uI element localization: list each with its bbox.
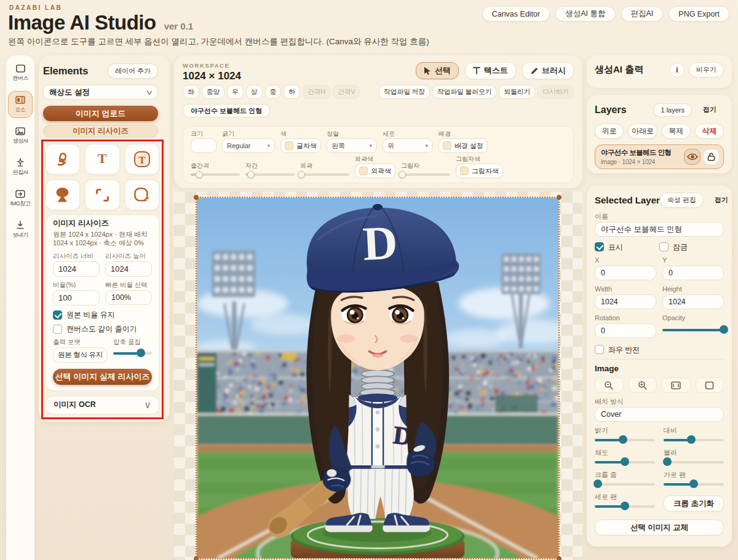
crop-reset-button[interactable]: 크롭 초기화 — [664, 495, 724, 511]
align-right-button[interactable]: 우 — [227, 85, 244, 99]
align-top-button[interactable]: 상 — [246, 85, 263, 99]
selection-handle[interactable] — [194, 195, 199, 200]
resolution-select[interactable]: 해상도 설정 ∨ — [43, 85, 158, 100]
text-tool-toolbar-button[interactable]: 텍스트 — [465, 62, 516, 79]
layer-up-button[interactable]: 위로 — [595, 124, 624, 139]
fit-width-button[interactable] — [662, 377, 691, 393]
layers-fold-button[interactable]: 접기 — [696, 102, 724, 117]
flip-checkbox[interactable]: 좌우 반전 — [595, 345, 724, 354]
layer-name-input[interactable] — [595, 222, 724, 237]
zoom-out-button[interactable] — [595, 377, 624, 393]
ratio-input[interactable] — [53, 290, 100, 306]
quick-ratio-select[interactable]: 100% — [105, 290, 152, 305]
layer-visibility-button[interactable] — [684, 149, 700, 165]
y-input[interactable] — [662, 266, 724, 280]
info-button[interactable]: i — [670, 63, 684, 77]
png-export-button[interactable]: PNG Export — [669, 6, 729, 22]
fit-frame-button[interactable] — [696, 377, 724, 393]
image-ocr-section[interactable]: 이미지 OCR ∨ — [46, 396, 159, 414]
rail-item-elements[interactable]: 요소 — [8, 91, 33, 118]
canvas-image-baseball-bobblehead[interactable]: D — [197, 198, 558, 558]
redo-button[interactable]: 다시하기 — [538, 85, 574, 99]
shape-tool-button[interactable] — [46, 179, 80, 210]
active-layer-pill[interactable]: 야구선수 보블헤드 인형 — [183, 104, 270, 117]
opacity-slider[interactable] — [662, 326, 724, 334]
replace-image-button[interactable]: 선택 이미지 교체 — [595, 519, 724, 535]
edit-ai-button[interactable]: 편집AI — [621, 6, 664, 22]
zoom-in-button[interactable] — [629, 377, 657, 393]
show-checkbox[interactable]: 표시 — [595, 242, 659, 251]
fit-mode-select[interactable]: Cover — [595, 407, 724, 422]
contrast-slider[interactable] — [664, 436, 724, 444]
text-valign-select[interactable]: 위▾ — [383, 138, 433, 153]
shadow-color-button[interactable]: 그림자색 — [456, 164, 503, 178]
rotation-input[interactable] — [595, 323, 656, 338]
keep-ratio-checkbox[interactable]: 원본 비율 유지 — [53, 310, 152, 320]
rail-item-canvas[interactable]: 캔버스 — [8, 60, 33, 87]
undo-button[interactable]: 되돌리기 — [499, 85, 535, 99]
brightness-slider[interactable] — [595, 436, 655, 444]
shrink-canvas-checkbox[interactable]: 캔버스도 같이 줄이기 — [53, 325, 152, 334]
apply-resize-button[interactable]: 선택 이미지 실제 리사이즈 — [53, 369, 152, 385]
canvas-editor-button[interactable]: Canvas Editor — [482, 6, 550, 22]
edit-props-button[interactable]: 속성 편집 — [660, 192, 704, 208]
text-color-button[interactable]: 글자색 — [280, 138, 321, 153]
outline-color-button[interactable]: 외곽색 — [355, 164, 395, 178]
select-tool-button[interactable]: 선택 — [416, 62, 459, 79]
x-input[interactable] — [595, 266, 656, 280]
quality-slider[interactable] — [113, 349, 152, 357]
align-bottom-button[interactable]: 하 — [284, 85, 300, 99]
save-file-button[interactable]: 작업파일 저장 — [379, 85, 430, 99]
layer-delete-button[interactable]: 삭제 — [695, 124, 724, 139]
load-file-button[interactable]: 작업파일 불러오기 — [432, 85, 496, 99]
height-input[interactable] — [662, 294, 724, 309]
line-height-slider[interactable] — [191, 170, 240, 178]
image-resize-button[interactable]: 이미지 리사이즈 — [43, 125, 158, 138]
text-box-tool-button[interactable]: T — [125, 144, 159, 175]
clear-button[interactable]: 비우기 — [689, 62, 724, 77]
layer-duplicate-button[interactable]: 복제 — [662, 124, 691, 139]
crop-zoom-slider[interactable] — [595, 480, 655, 488]
rounded-rect-tool-button[interactable] — [125, 179, 159, 210]
resize-height-input[interactable] — [105, 261, 152, 277]
selection-handle[interactable] — [557, 556, 561, 560]
saturation-slider[interactable] — [595, 458, 655, 466]
add-layer-button[interactable]: 레이어 추가 — [108, 63, 158, 79]
selected-fold-button[interactable]: 접기 — [707, 192, 736, 208]
crop-tool-button[interactable] — [85, 179, 119, 210]
font-weight-select[interactable]: Regular▾ — [222, 138, 275, 153]
align-left-button[interactable]: 좌 — [183, 85, 199, 99]
resize-width-input[interactable] — [53, 261, 100, 277]
outline-slider[interactable] — [300, 170, 349, 178]
align-center-button[interactable]: 중앙 — [202, 85, 224, 99]
lock-checkbox[interactable]: 잠금 — [659, 242, 724, 251]
font-size-input[interactable] — [191, 138, 216, 153]
gap-h-button[interactable]: 간격H — [303, 85, 330, 99]
layer-item[interactable]: 야구선수 보블헤드 인형 image · 1024 × 1024 — [595, 144, 724, 169]
bg-color-button[interactable]: 배경 설정 — [438, 138, 488, 153]
layer-down-button[interactable]: 아래로 — [628, 124, 657, 139]
text-align-select[interactable]: 왼쪽▾ — [327, 138, 377, 153]
layer-lock-button[interactable] — [703, 149, 720, 165]
selection-handle[interactable] — [557, 195, 561, 200]
gen-ai-button[interactable]: 생성AI 통합 — [555, 6, 615, 22]
gap-v-button[interactable]: 간격V — [333, 85, 360, 99]
image-upload-button[interactable]: 이미지 업로드 — [43, 106, 158, 121]
letter-spacing-slider[interactable] — [245, 170, 295, 178]
align-middle-button[interactable]: 중 — [265, 85, 282, 99]
pan-x-slider[interactable] — [664, 480, 724, 488]
selection-handle[interactable] — [194, 556, 199, 560]
blur-slider[interactable] — [664, 458, 724, 466]
width-input[interactable] — [595, 294, 656, 309]
canvas[interactable]: D — [197, 198, 558, 558]
brush-tool-button[interactable]: 브러시 — [522, 62, 574, 79]
rail-item-export[interactable]: 보내기 — [8, 216, 33, 243]
pan-y-slider[interactable] — [595, 502, 655, 510]
rail-item-img-storage[interactable]: IMG창고 — [8, 185, 33, 212]
shadow-slider[interactable] — [401, 170, 450, 178]
rail-item-edit-ai[interactable]: 편집AI — [8, 154, 33, 181]
marker-tool-button[interactable] — [46, 144, 80, 175]
format-select[interactable]: 원본 형식 유지 — [53, 347, 108, 363]
text-tool-button[interactable]: T — [85, 144, 119, 175]
rail-item-gen-ai[interactable]: 생성AI — [8, 122, 33, 149]
